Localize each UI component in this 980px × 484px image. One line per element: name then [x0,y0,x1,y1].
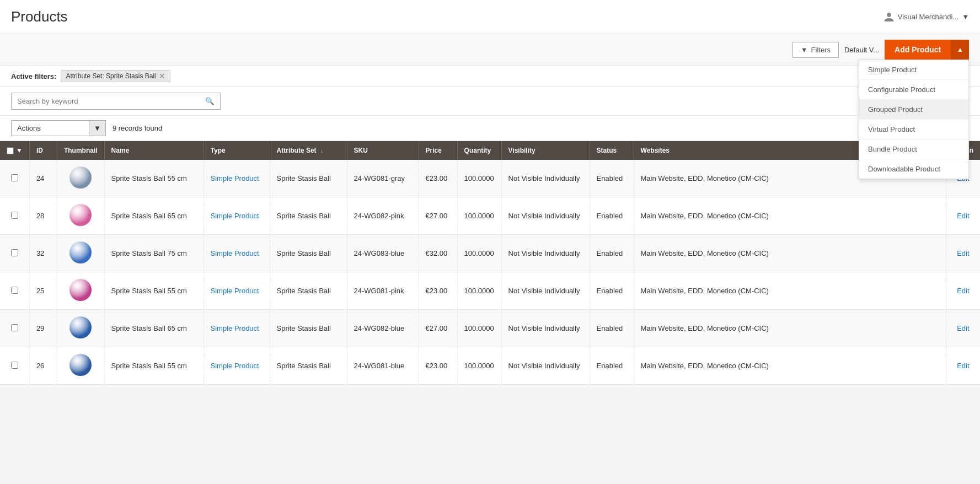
search-icon: 🔍 [205,97,215,105]
add-product-button[interactable]: Add Product [885,40,951,60]
products-table-container: ▼ ID Thumbnail Name Type Attribute Set ↓… [0,141,980,385]
svg-point-1 [69,204,92,226]
row-type[interactable]: Simple Product [204,160,270,197]
th-sku[interactable]: SKU [347,141,419,160]
row-status: Enabled [590,197,634,235]
filter-tag-remove-button[interactable]: ✕ [159,72,165,80]
row-thumbnail [57,272,104,310]
page-title: Products [11,8,68,25]
row-type[interactable]: Simple Product [204,235,270,272]
add-product-dropdown-button[interactable]: ▲ [951,40,969,60]
row-id: 29 [29,310,57,347]
row-type-link[interactable]: Simple Product [211,287,259,295]
row-sku: 24-WG082-blue [347,310,419,347]
row-name: Sprite Stasis Ball 65 cm [104,310,204,347]
row-type[interactable]: Simple Product [204,272,270,310]
select-all-checkbox[interactable] [7,147,14,154]
th-price[interactable]: Price [419,141,457,160]
row-type-link[interactable]: Simple Product [211,324,259,332]
row-edit-link[interactable]: Edit [957,324,969,332]
table-header-row: ▼ ID Thumbnail Name Type Attribute Set ↓… [0,141,980,160]
row-checkbox[interactable] [11,324,18,331]
actions-select-wrapper: Actions Delete Change status Update attr… [11,120,106,136]
row-name: Sprite Stasis Ball 55 cm [104,160,204,197]
th-status[interactable]: Status [590,141,634,160]
dropdown-item-configurable[interactable]: Configurable Product [859,80,968,100]
row-edit-link[interactable]: Edit [957,212,969,220]
row-type-link[interactable]: Simple Product [211,249,259,257]
row-type[interactable]: Simple Product [204,310,270,347]
dropdown-item-downloadable[interactable]: Downloadable Product [859,159,968,179]
row-action-cell: Edit [946,347,980,385]
search-box: 🔍 [11,93,221,110]
row-status: Enabled [590,272,634,310]
row-sku: 24-WG082-pink [347,197,419,235]
row-visibility: Not Visible Individually [501,310,590,347]
row-thumbnail [57,347,104,385]
row-checkbox-cell [0,160,29,197]
table-row: 25 Sprite Stasis Ball 55 cm Simple Produ… [0,272,980,310]
row-type-link[interactable]: Simple Product [211,212,259,220]
row-price: €23.00 [419,272,457,310]
records-count: 9 records found [113,124,162,132]
user-menu[interactable]: Visual Merchandi... ▼ [883,12,969,23]
row-websites: Main Website, EDD, Monetico (CM-CIC) [634,197,946,235]
search-input[interactable] [12,93,200,109]
add-product-wrapper: Add Product ▲ Simple Product Configurabl… [885,40,969,60]
svg-point-4 [69,316,92,338]
row-edit-link[interactable]: Edit [957,249,969,257]
row-status: Enabled [590,235,634,272]
row-type-link[interactable]: Simple Product [211,174,259,182]
row-edit-link[interactable]: Edit [957,362,969,370]
row-action-cell: Edit [946,235,980,272]
th-checkbox-arrow[interactable]: ▼ [16,147,23,154]
actions-select[interactable]: Actions Delete Change status Update attr… [12,121,89,136]
row-checkbox[interactable] [11,174,18,181]
row-checkbox[interactable] [11,212,18,219]
th-attribute-set[interactable]: Attribute Set ↓ [270,141,347,160]
svg-point-3 [69,279,92,301]
search-button[interactable]: 🔍 [200,93,220,109]
product-thumbnail [68,165,93,190]
product-type-dropdown: Simple Product Configurable Product Grou… [859,60,969,179]
product-thumbnail [68,353,93,377]
row-type[interactable]: Simple Product [204,197,270,235]
dropdown-item-bundle[interactable]: Bundle Product [859,139,968,159]
table-row: 26 Sprite Stasis Ball 55 cm Simple Produ… [0,347,980,385]
svg-point-2 [69,241,92,263]
row-edit-link[interactable]: Edit [957,287,969,295]
row-thumbnail [57,160,104,197]
dropdown-item-grouped[interactable]: Grouped Product [859,100,968,120]
table-row: 32 Sprite Stasis Ball 75 cm Simple Produ… [0,235,980,272]
row-type[interactable]: Simple Product [204,347,270,385]
row-attribute-set: Sprite Stasis Ball [270,235,347,272]
row-checkbox[interactable] [11,362,18,369]
filters-label: Filters [811,46,831,54]
dropdown-item-virtual[interactable]: Virtual Product [859,120,968,139]
filters-button[interactable]: ▼ Filters [792,42,839,58]
row-websites: Main Website, EDD, Monetico (CM-CIC) [634,272,946,310]
row-sku: 24-WG081-gray [347,160,419,197]
actions-arrow-icon: ▼ [89,121,105,136]
row-quantity: 100.0000 [457,310,501,347]
row-checkbox[interactable] [11,249,18,256]
th-name[interactable]: Name [104,141,204,160]
row-type-link[interactable]: Simple Product [211,362,259,370]
row-id: 24 [29,160,57,197]
th-visibility[interactable]: Visibility [501,141,590,160]
row-price: €27.00 [419,310,457,347]
row-sku: 24-WG083-blue [347,235,419,272]
filter-icon: ▼ [801,46,808,54]
row-checkbox-cell [0,310,29,347]
row-quantity: 100.0000 [457,347,501,385]
th-type[interactable]: Type [204,141,270,160]
row-status: Enabled [590,160,634,197]
dropdown-item-simple[interactable]: Simple Product [859,60,968,80]
th-id[interactable]: ID [29,141,57,160]
filter-tag-attribute-set: Attribute Set: Sprite Stasis Ball ✕ [61,70,170,82]
row-websites: Main Website, EDD, Monetico (CM-CIC) [634,235,946,272]
product-thumbnail [68,315,93,340]
row-checkbox[interactable] [11,287,18,294]
svg-point-5 [69,354,92,376]
th-quantity[interactable]: Quantity [457,141,501,160]
